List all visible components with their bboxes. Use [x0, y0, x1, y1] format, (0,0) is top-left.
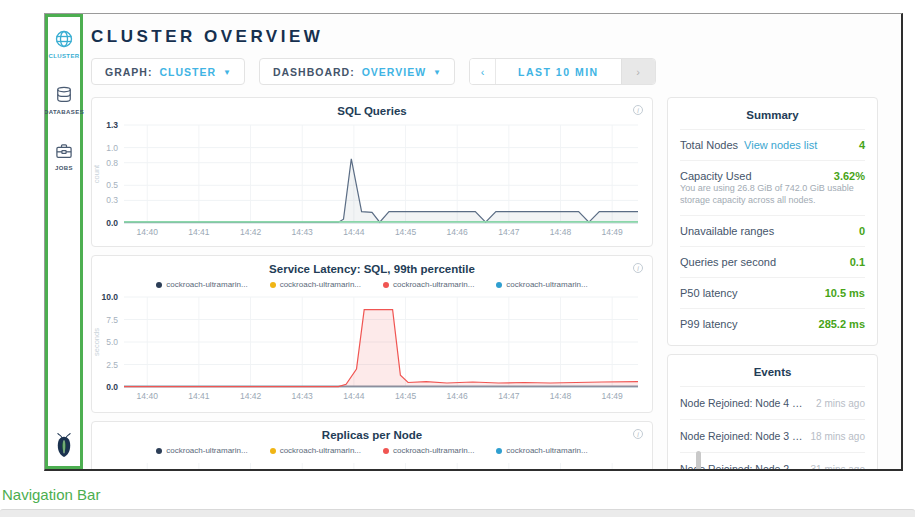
scrollbar-thumb[interactable]: [696, 451, 701, 471]
legend-dot-icon: [270, 282, 276, 288]
legend-label: cockroach-ultramarin...: [166, 280, 247, 289]
events-list: Node Rejoined: Node 4 rej...2 mins agoNo…: [680, 386, 865, 471]
svg-text:14:41: 14:41: [188, 227, 210, 237]
legend-dot-icon: [156, 282, 162, 288]
legend-label: cockroach-ultramarin...: [506, 446, 587, 455]
svg-text:0.3: 0.3: [106, 195, 118, 205]
svg-text:1.0: 1.0: [106, 143, 118, 153]
chart-title: Replicas per Node: [92, 422, 652, 441]
svg-text:7.5: 7.5: [106, 315, 118, 325]
info-icon[interactable]: i: [633, 105, 643, 115]
legend-item: cockroach-ultramarin...: [270, 446, 361, 455]
svg-text:14:45: 14:45: [395, 391, 417, 401]
svg-text:14:48: 14:48: [550, 227, 572, 237]
legend-label: cockroach-ultramarin...: [280, 280, 361, 289]
time-range-label[interactable]: LAST 10 MIN: [496, 59, 621, 84]
sidebar-item-label: JOBS: [55, 165, 73, 171]
dashboard-dropdown-label: DASHBOARD:: [273, 66, 355, 78]
bottom-strip: [0, 509, 915, 517]
legend-item: cockroach-ultramarin...: [156, 446, 247, 455]
globe-icon: [54, 29, 74, 49]
legend-label: cockroach-ultramarin...: [280, 446, 361, 455]
chevron-down-icon: ▼: [433, 68, 441, 77]
page-title: CLUSTER OVERVIEW: [91, 27, 901, 47]
events-title: Events: [680, 355, 865, 386]
svg-text:14:40: 14:40: [137, 227, 159, 237]
legend-label: cockroach-ultramarin...: [506, 280, 587, 289]
time-next-button[interactable]: ›: [621, 59, 655, 84]
right-column: Summary Total Nodes View nodes list 4: [667, 97, 878, 471]
event-time: 18 mins ago: [811, 431, 865, 442]
p99-latency-label: P99 latency: [680, 318, 737, 330]
svg-text:14:45: 14:45: [395, 227, 417, 237]
legend-label: cockroach-ultramarin...: [166, 446, 247, 455]
event-row[interactable]: Node Rejoined: Node 4 rej...2 mins ago: [680, 386, 865, 419]
svg-text:14:49: 14:49: [602, 227, 624, 237]
summary-row-total-nodes: Total Nodes View nodes list 4: [680, 129, 865, 160]
dashboard-dropdown-value: OVERVIEW: [362, 66, 426, 78]
legend-label: cockroach-ultramarin...: [393, 280, 474, 289]
svg-text:14:40: 14:40: [137, 391, 159, 401]
svg-text:2.5: 2.5: [106, 360, 118, 370]
chart-legend: cockroach-ultramarin...cockroach-ultrama…: [92, 280, 652, 289]
view-nodes-list-link[interactable]: View nodes list: [744, 139, 817, 151]
svg-text:5.0: 5.0: [106, 337, 118, 347]
svg-text:14:49: 14:49: [602, 391, 624, 401]
annotation-navigation-bar-label: Navigation Bar: [2, 486, 100, 503]
summary-row-p50: P50 latency 10.5 ms: [680, 277, 865, 308]
summary-row-p99: P99 latency 285.2 ms: [680, 308, 865, 339]
svg-text:14:43: 14:43: [292, 391, 314, 401]
svg-text:seconds: seconds: [92, 328, 101, 356]
event-row[interactable]: Node Rejoined: Node 3 rej...18 mins ago: [680, 419, 865, 452]
cockroachdb-logo-icon[interactable]: [53, 432, 75, 458]
time-prev-button[interactable]: ‹: [470, 59, 496, 84]
summary-title: Summary: [680, 98, 865, 129]
briefcase-icon: [54, 141, 74, 161]
capacity-used-label: Capacity Used: [680, 170, 752, 182]
total-nodes-value: 4: [859, 139, 865, 151]
p50-latency-value: 10.5 ms: [825, 287, 865, 299]
admin-ui-window: CLUSTER DATABASES: [44, 13, 903, 471]
svg-text:14:47: 14:47: [498, 227, 520, 237]
svg-text:0.0: 0.0: [106, 218, 118, 228]
legend-dot-icon: [383, 282, 389, 288]
event-text: Node Rejoined: Node 4 rej...: [680, 397, 805, 409]
database-icon: [54, 85, 74, 105]
legend-dot-icon: [383, 448, 389, 454]
svg-text:14:43: 14:43: [292, 227, 314, 237]
svg-text:count: count: [92, 164, 101, 183]
svg-text:10.0: 10.0: [101, 292, 118, 302]
qps-value: 0.1: [850, 256, 865, 268]
svg-text:14:46: 14:46: [447, 391, 469, 401]
capacity-used-value: 3.62%: [834, 170, 865, 182]
sidebar-item-databases[interactable]: DATABASES: [44, 85, 84, 115]
chevron-down-icon: ▼: [223, 68, 231, 77]
dashboard-dropdown[interactable]: DASHBOARD: OVERVIEW ▼: [259, 58, 455, 85]
sidebar-item-jobs[interactable]: JOBS: [54, 141, 74, 171]
legend-dot-icon: [270, 448, 276, 454]
sidebar-item-label: CLUSTER: [48, 53, 79, 59]
service-latency-chart-card: Service Latency: SQL, 99th percentile i …: [91, 255, 653, 413]
capacity-caption: You are using 26.8 GiB of 742.0 GiB usab…: [680, 182, 865, 215]
svg-text:14:41: 14:41: [188, 391, 210, 401]
legend-dot-icon: [156, 448, 162, 454]
graph-dropdown[interactable]: GRAPH: CLUSTER ▼: [91, 58, 245, 85]
p99-latency-value: 285.2 ms: [819, 318, 865, 330]
info-icon[interactable]: i: [633, 263, 643, 273]
svg-text:14:44: 14:44: [343, 227, 365, 237]
chart-canvas: 0.00.30.50.81.01.314:4014:4114:4214:4314…: [92, 119, 646, 239]
svg-text:14:42: 14:42: [240, 391, 262, 401]
svg-text:14:44: 14:44: [343, 391, 365, 401]
info-icon[interactable]: i: [633, 429, 643, 439]
navigation-bar: CLUSTER DATABASES: [45, 14, 83, 469]
chart-legend: cockroach-ultramarin...cockroach-ultrama…: [92, 446, 652, 455]
chart-title: SQL Queries: [92, 98, 652, 117]
legend-item: cockroach-ultramarin...: [496, 280, 587, 289]
event-row[interactable]: Node Rejoined: Node 2 rej...31 mins ago: [680, 452, 865, 471]
svg-text:0.8: 0.8: [106, 158, 118, 168]
unavailable-ranges-label: Unavailable ranges: [680, 225, 774, 237]
sidebar-item-cluster[interactable]: CLUSTER: [48, 29, 79, 59]
total-nodes-label: Total Nodes: [680, 139, 738, 151]
svg-text:14:46: 14:46: [447, 227, 469, 237]
legend-item: cockroach-ultramarin...: [383, 280, 474, 289]
